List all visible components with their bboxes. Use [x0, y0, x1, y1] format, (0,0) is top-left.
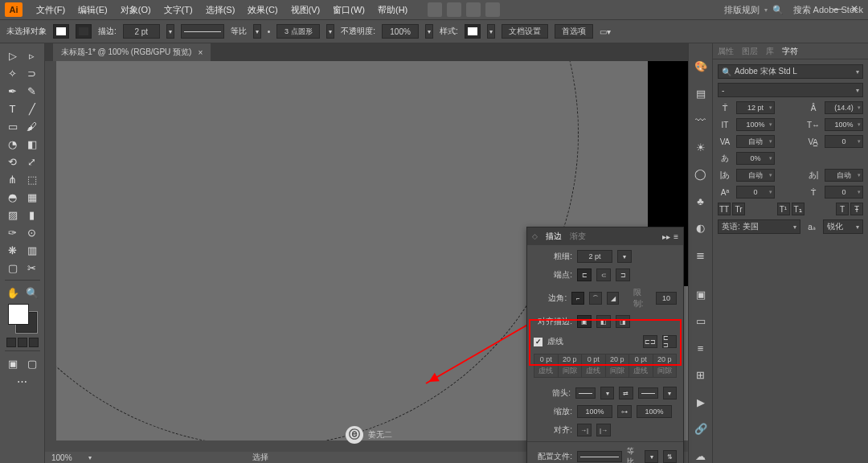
window-close-icon[interactable]: ✕ [850, 3, 858, 14]
shaper-tool[interactable]: ◔ [3, 135, 23, 153]
arrow-end-scale[interactable]: 100% [637, 405, 672, 418]
eyedropper-tool[interactable]: ✑ [3, 223, 23, 241]
tab-character[interactable]: 字符 [782, 46, 798, 57]
zoom-tool[interactable]: 🔍 [23, 284, 42, 301]
panel-collapse-icon[interactable]: ▸▸ [662, 232, 670, 241]
document-tab[interactable]: 未标题-1* @ 100% (RGB/GPU 预览)× [53, 43, 211, 61]
fill-stroke-swatches[interactable] [8, 304, 37, 333]
stroke-swatch[interactable] [76, 24, 92, 39]
kerning-input[interactable]: 自动 [736, 135, 775, 148]
menu-view[interactable]: 视图(V) [285, 0, 326, 19]
dash-1-input[interactable]: 0 pt [534, 354, 559, 365]
color-panel-icon[interactable]: 🎨 [693, 59, 709, 73]
libraries-panel-icon[interactable]: ☁ [693, 449, 709, 463]
gradient-tab[interactable]: 渐变 [570, 231, 586, 242]
transform-panel-icon[interactable]: ⊞ [693, 368, 709, 382]
vscale-input[interactable]: 100% [736, 118, 775, 131]
underline-button[interactable]: T [836, 203, 849, 215]
leading-input[interactable]: (14.4) [825, 101, 863, 114]
brushes-panel-icon[interactable]: 〰 [693, 113, 709, 127]
rotate-tool[interactable]: ⟲ [3, 153, 23, 170]
allcaps-button[interactable]: TT [718, 203, 731, 215]
stroke-profile[interactable] [181, 24, 224, 39]
char-rotation-input[interactable]: 0 [825, 186, 863, 199]
join-bevel-button[interactable]: ◢ [607, 292, 620, 305]
arrow-start-scale[interactable]: 100% [577, 405, 612, 418]
stroke-weight-input[interactable]: 2 pt [123, 24, 160, 39]
share-icon[interactable] [447, 2, 461, 17]
superscript-button[interactable]: T¹ [777, 203, 790, 215]
menu-object[interactable]: 对象(O) [115, 0, 157, 19]
gap-3-input[interactable]: 20 p [653, 354, 677, 365]
rectangle-tool[interactable]: ▭ [3, 117, 23, 135]
direct-selection-tool[interactable]: ▹ [23, 47, 42, 64]
tab-properties[interactable]: 属性 [718, 46, 734, 57]
document-setup-button[interactable]: 文档设置 [502, 24, 548, 39]
cap-projecting-button[interactable]: ⊐ [616, 268, 630, 281]
close-tab-icon[interactable]: × [198, 48, 203, 57]
menu-edit[interactable]: 编辑(E) [72, 0, 113, 19]
dashed-circle-object[interactable] [56, 61, 579, 440]
arrow-align-end-button[interactable]: |→ [596, 424, 611, 436]
tab-layers[interactable]: 图层 [742, 46, 758, 57]
width-tool[interactable]: ⋔ [3, 170, 23, 188]
type-tool[interactable]: T [3, 100, 23, 117]
eraser-tool[interactable]: ◧ [23, 135, 42, 153]
miter-limit-field[interactable]: 10 [656, 292, 677, 305]
lasso-tool[interactable]: ⊃ [23, 64, 42, 82]
menu-file[interactable]: 文件(F) [31, 0, 71, 19]
transparency-panel-icon[interactable]: ▣ [693, 288, 709, 301]
symbols-panel-icon[interactable]: ☀ [693, 140, 709, 154]
stroke-weight-field[interactable]: 2 pt [577, 250, 612, 263]
aki-left-input[interactable]: 自动 [736, 169, 775, 182]
magic-wand-tool[interactable]: ✧ [3, 64, 23, 82]
arrange-icon[interactable] [466, 2, 481, 17]
align-inside-button[interactable]: ◧ [596, 315, 611, 328]
pen-tool[interactable]: ✒ [3, 82, 23, 100]
preferences-button[interactable]: 首选项 [555, 24, 593, 39]
stroke-weight-dropdown[interactable]: ▾ [166, 24, 174, 39]
strikethrough-button[interactable]: Ŧ [850, 203, 863, 215]
cap-round-button[interactable]: ⊂ [596, 268, 611, 281]
graphic-styles-panel-icon[interactable]: ◐ [693, 221, 709, 235]
window-minimize-icon[interactable]: — [833, 3, 842, 14]
screen-mode-normal[interactable]: ▣ [3, 354, 23, 372]
font-style-select[interactable]: - [718, 83, 863, 97]
align-center-button[interactable]: ▣ [577, 315, 592, 328]
graph-tool[interactable]: ▥ [23, 241, 42, 259]
hand-tool[interactable]: ✋ [3, 284, 23, 301]
gap-1-input[interactable]: 20 p [558, 354, 582, 365]
stroke-panel-icon[interactable]: ◯ [693, 167, 709, 181]
dash-3-input[interactable]: 0 pt [629, 354, 653, 365]
dash-align-corners-button[interactable]: ⊏ ⊐ [662, 335, 677, 348]
actions-panel-icon[interactable]: ▶ [693, 395, 709, 409]
swatches-panel-icon[interactable]: ▤ [693, 86, 709, 100]
fill-swatch[interactable] [53, 24, 69, 39]
join-round-button[interactable]: ⌒ [589, 292, 602, 305]
subscript-button[interactable]: T₁ [792, 203, 805, 215]
scale-tool[interactable]: ⤢ [23, 153, 42, 170]
menu-help[interactable]: 帮助(H) [372, 0, 413, 19]
free-transform-tool[interactable]: ⬚ [23, 170, 42, 188]
blend-tool[interactable]: ⊙ [23, 223, 42, 241]
dash-align-exact-button[interactable]: ⊏⊐ [643, 335, 657, 348]
gpu-icon[interactable] [485, 2, 500, 17]
line-tool[interactable]: ╱ [23, 100, 42, 117]
profile-select[interactable] [577, 451, 622, 462]
brush-tool[interactable]: 🖌 [23, 117, 42, 135]
artboard-tool[interactable]: ▢ [3, 259, 23, 277]
typesetting-rules-link[interactable]: 排版规则 [724, 4, 760, 16]
dash-2-input[interactable]: 0 pt [582, 354, 606, 365]
arrow-end-select[interactable] [638, 387, 658, 399]
links-panel-icon[interactable]: 🔗 [693, 422, 709, 436]
graphic-style[interactable] [465, 24, 481, 39]
shape-builder-tool[interactable]: ◓ [3, 188, 23, 206]
align-panel-icon[interactable]: ▭ [693, 314, 709, 328]
swap-arrows-button[interactable]: ⇄ [619, 387, 633, 399]
cloud-icon[interactable] [428, 2, 442, 17]
cap-butt-button[interactable]: ⊏ [577, 268, 592, 281]
perspective-tool[interactable]: ▦ [23, 188, 42, 206]
baseline-shift-input[interactable]: 0 [736, 186, 775, 199]
tab-libraries[interactable]: 库 [766, 46, 774, 57]
opacity-input[interactable]: 100% [382, 24, 419, 39]
